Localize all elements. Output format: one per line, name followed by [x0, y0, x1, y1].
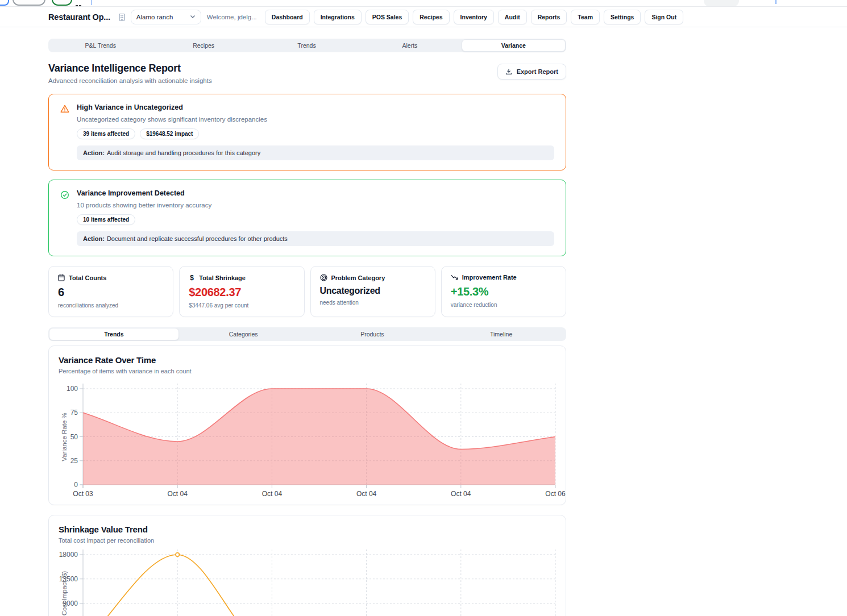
- svg-text:18000: 18000: [59, 551, 78, 559]
- chart-title: Shrinkage Value Trend: [59, 525, 556, 534]
- stat-label: Total Counts: [69, 274, 106, 281]
- browser-pill-button-right[interactable]: [704, 0, 739, 7]
- warning-icon: [60, 103, 69, 160]
- alert-title: High Variance in Uncategorized: [77, 103, 554, 111]
- stat-value: +15.3%: [451, 285, 557, 298]
- stat-problem-category: Problem Category Uncategorized needs att…: [310, 266, 435, 317]
- nav-sign-out[interactable]: Sign Out: [645, 10, 683, 24]
- alert-description: Uncategorized category shows significant…: [77, 116, 554, 123]
- export-report-button[interactable]: Export Report: [497, 64, 566, 80]
- svg-text:Cost Impact ($): Cost Impact ($): [61, 571, 68, 616]
- tab-alerts[interactable]: Alerts: [358, 39, 461, 52]
- svg-text:Oct 04: Oct 04: [356, 490, 377, 498]
- svg-text:25: 25: [70, 457, 78, 465]
- subtab-categories[interactable]: Categories: [179, 328, 308, 340]
- stat-value: $20682.37: [189, 286, 294, 299]
- chevron-down-icon: [190, 15, 196, 19]
- items-affected-badge: 10 items affected: [77, 214, 135, 225]
- tab-recipes[interactable]: Recipes: [152, 39, 255, 52]
- page-subtitle: Advanced reconciliation analysis with ac…: [48, 77, 212, 84]
- nav-integrations[interactable]: Integrations: [314, 10, 362, 24]
- main-tabbar: P&L Trends Recipes Trends Alerts Varianc…: [48, 39, 566, 52]
- action-text: Document and replicate successful proced…: [107, 235, 288, 242]
- chart-subtitle: Total cost impact per reconciliation: [59, 537, 556, 544]
- nav-reports[interactable]: Reports: [531, 10, 567, 24]
- impact-badge: $19648.52 impact: [140, 128, 199, 139]
- nav-audit[interactable]: Audit: [498, 10, 527, 24]
- svg-text:$: $: [190, 274, 194, 281]
- nav-inventory[interactable]: Inventory: [454, 10, 494, 24]
- app-title: Restaurant Op...: [48, 13, 110, 22]
- sub-tabbar: Trends Categories Products Timeline: [48, 327, 566, 341]
- stat-label: Improvement Rate: [462, 274, 517, 281]
- svg-text:Oct 04: Oct 04: [168, 490, 188, 498]
- alert-description: 10 products showing better inventory acc…: [77, 202, 554, 209]
- stat-improvement-rate: Improvement Rate +15.3% variance reducti…: [441, 266, 566, 317]
- chart-subtitle: Percentage of items with variance in eac…: [59, 368, 556, 374]
- shrinkage-line-chart: 0450090001350018000Cost Impact ($): [59, 551, 558, 616]
- svg-text:Oct 03: Oct 03: [73, 490, 93, 498]
- subtab-timeline[interactable]: Timeline: [437, 328, 566, 340]
- chart-title: Variance Rate Over Time: [59, 355, 556, 365]
- trending-down-icon: [451, 274, 458, 280]
- items-affected-badge: 39 items affected: [77, 128, 135, 139]
- svg-text:Variance Rate %: Variance Rate %: [61, 413, 68, 461]
- download-icon: [505, 68, 512, 75]
- svg-text:75: 75: [70, 409, 78, 417]
- app-header: Restaurant Op... Alamo ranch Welcome, jd…: [0, 7, 847, 27]
- action-bar: Action:Document and replicate successful…: [77, 231, 554, 246]
- browser-blue-tick: [775, 0, 777, 4]
- svg-text:Oct 04: Oct 04: [451, 490, 471, 498]
- stat-sub: needs attention: [320, 299, 426, 306]
- action-label: Action:: [83, 235, 105, 242]
- nav-dashboard[interactable]: Dashboard: [265, 10, 310, 24]
- browser-pill-button-green[interactable]: [52, 0, 72, 6]
- browser-pill-button[interactable]: [13, 0, 45, 6]
- nav-settings[interactable]: Settings: [604, 10, 641, 24]
- svg-text:100: 100: [67, 385, 78, 393]
- stat-label: Problem Category: [331, 274, 385, 281]
- tab-variance[interactable]: Variance: [462, 39, 566, 52]
- export-report-label: Export Report: [517, 68, 558, 75]
- action-label: Action:: [83, 149, 105, 156]
- page-title: Variance Intelligence Report: [48, 63, 212, 74]
- welcome-text: Welcome, jdelg...: [207, 14, 257, 20]
- stats-row: Total Counts 6 reconciliations analyzed …: [48, 266, 566, 317]
- nav-recipes[interactable]: Recipes: [413, 10, 449, 24]
- target-icon: [320, 274, 327, 281]
- shrinkage-trend-chart-card: Shrinkage Value Trend Total cost impact …: [48, 515, 566, 616]
- svg-text:Oct 06: Oct 06: [545, 490, 566, 498]
- alert-title: Variance Improvement Detected: [77, 189, 554, 197]
- stat-value: 6: [58, 286, 164, 299]
- calendar-icon: [58, 274, 65, 281]
- top-nav: Dashboard Integrations POS Sales Recipes…: [265, 10, 683, 24]
- tab-pl-trends[interactable]: P&L Trends: [49, 39, 152, 52]
- check-circle-icon: [60, 189, 69, 246]
- svg-text:Oct 04: Oct 04: [262, 490, 283, 498]
- stat-sub: variance reduction: [451, 302, 557, 308]
- action-text: Audit storage and handling procedures fo…: [107, 149, 260, 156]
- nav-team[interactable]: Team: [571, 10, 600, 24]
- subtab-products[interactable]: Products: [308, 328, 437, 340]
- dollar-icon: $: [189, 274, 195, 281]
- action-bar: Action:Audit storage and handling proced…: [77, 145, 554, 160]
- stat-sub: $3447.06 avg per count: [189, 302, 294, 309]
- location-select-value: Alamo ranch: [136, 14, 173, 20]
- svg-text:0: 0: [74, 481, 78, 489]
- stat-value: Uncategorized: [320, 286, 426, 296]
- stat-total-shrinkage: $ Total Shrinkage $20682.37 $3447.06 avg…: [179, 266, 304, 317]
- alert-variance-improvement: Variance Improvement Detected 10 product…: [48, 180, 566, 256]
- svg-text:50: 50: [70, 433, 78, 441]
- nav-pos-sales[interactable]: POS Sales: [366, 10, 409, 24]
- stat-total-counts: Total Counts 6 reconciliations analyzed: [48, 266, 173, 317]
- subtab-trends[interactable]: Trends: [49, 328, 179, 340]
- browser-tab-fragment: [0, 0, 9, 6]
- building-icon: [118, 13, 126, 21]
- text-caret: [91, 0, 92, 5]
- stat-label: Total Shrinkage: [199, 274, 246, 281]
- variance-rate-chart-card: Variance Rate Over Time Percentage of it…: [48, 346, 566, 505]
- alert-high-variance: High Variance in Uncategorized Uncategor…: [48, 94, 566, 170]
- location-select[interactable]: Alamo ranch: [131, 10, 201, 24]
- apps-grid-icon[interactable]: [76, 0, 82, 7]
- tab-trends[interactable]: Trends: [255, 39, 358, 52]
